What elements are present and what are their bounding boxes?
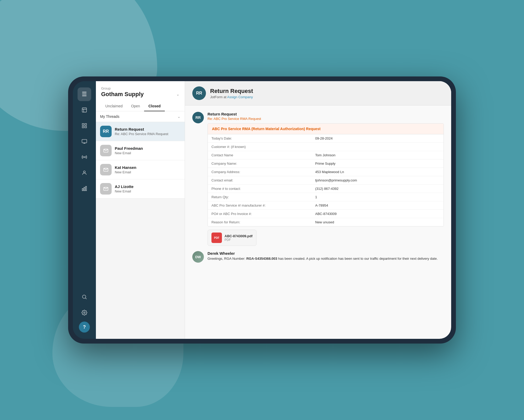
svg-rect-14 — [86, 186, 87, 191]
thread-panel: Group Gotham Supply ⌄ Unclaimed Open Clo… — [96, 81, 185, 339]
main-header-avatar: RR — [192, 86, 206, 100]
help-button[interactable]: ? — [79, 322, 90, 333]
svg-rect-6 — [82, 126, 84, 128]
form-label-6: Phone # to contact: — [208, 185, 312, 193]
attachment-type: PDF — [225, 238, 253, 242]
thread-name-3: AJ Lizotte — [115, 184, 181, 189]
thread-avatar-1 — [100, 145, 112, 156]
form-value-4: 453 Maplewood Ln — [312, 168, 444, 176]
form-row-10: Reason for Return:New unused — [208, 218, 444, 226]
form-value-8: A-78954 — [312, 201, 444, 210]
sidebar-icon-edit[interactable] — [78, 103, 91, 117]
sidebar-icon-menu[interactable]: ☰ — [78, 87, 91, 101]
thread-avatar-2 — [100, 164, 112, 175]
thread-preview-2: New Email — [115, 170, 181, 174]
svg-point-17 — [84, 312, 85, 313]
thread-name-2: Kat Hansen — [115, 165, 181, 170]
form-value-2: Tom Johnson — [312, 151, 444, 159]
svg-line-16 — [85, 298, 86, 299]
svg-point-15 — [83, 295, 86, 299]
group-chevron-icon[interactable]: ⌄ — [176, 92, 179, 96]
form-value-7: 1 — [312, 193, 444, 201]
sidebar-icon-person[interactable] — [78, 166, 91, 180]
sidebar-icon-search[interactable] — [78, 290, 91, 304]
svg-rect-12 — [82, 189, 83, 191]
form-label-9: PO# or ABC Pro Invoice #: — [208, 210, 312, 218]
sidebar: ☰ — [73, 81, 96, 339]
sidebar-icon-monitor[interactable] — [78, 135, 91, 148]
form-value-3: Prime Supply — [312, 159, 444, 168]
assign-company-link[interactable]: Assign Company — [227, 95, 253, 99]
form-value-10: New unused — [312, 218, 444, 226]
message-block-derek: DW Derek Wheeler Greetings, RGA Number: … — [192, 251, 444, 263]
form-label-5: Contact email: — [208, 176, 312, 185]
form-value-5: tjohnson@primesupply.com — [312, 176, 444, 185]
thread-preview-0: Re: ABC Pro Service RMA Request — [115, 132, 181, 136]
derek-message: Greetings, RGA Number: RGA-S4354368.003 … — [208, 256, 444, 261]
sidebar-icon-grid[interactable] — [78, 119, 91, 132]
tab-unclaimed[interactable]: Unclaimed — [101, 101, 127, 111]
thread-name-0: Return Request — [115, 127, 181, 131]
form-label-1: Customer #: (if known) — [208, 143, 312, 151]
form-row-4: Company Address:453 Maplewood Ln — [208, 168, 444, 176]
form-table: Today's Date:09-28-2024Customer #: (if k… — [208, 134, 444, 226]
form-label-3: Company Name: — [208, 159, 312, 168]
thread-list: RR Return Request Re: ABC Pro Service RM… — [96, 122, 185, 339]
tab-open[interactable]: Open — [127, 101, 144, 111]
msg-link-rr[interactable]: Re: ABC Pro Service RMA Request — [208, 117, 444, 121]
form-row-6: Phone # to contact:(312) 867-4392 — [208, 185, 444, 193]
form-label-10: Reason for Return: — [208, 218, 312, 226]
thread-panel-header: Group Gotham Supply ⌄ Unclaimed Open Clo… — [96, 81, 185, 111]
main-header: RR Return Request JotForm at Assign Comp… — [185, 81, 451, 106]
thread-item-3[interactable]: AJ Lizotte New Email — [96, 179, 185, 198]
thread-avatar-3 — [100, 183, 112, 195]
svg-rect-13 — [84, 187, 85, 191]
my-threads-label: My Threads — [100, 114, 119, 119]
thread-avatar-0: RR — [100, 126, 112, 137]
pdf-icon: PDF — [211, 233, 222, 243]
form-label-7: Return Qty: — [208, 193, 312, 201]
tab-closed[interactable]: Closed — [144, 101, 165, 111]
form-value-1 — [312, 143, 444, 151]
thread-item-1[interactable]: Paul Freedman New Email — [96, 141, 185, 160]
form-row-5: Contact email:tjohnson@primesupply.com — [208, 176, 444, 185]
sidebar-icon-signal[interactable] — [78, 150, 91, 164]
form-row-1: Customer #: (if known) — [208, 143, 444, 151]
form-value-0: 09-28-2024 — [312, 134, 444, 143]
my-threads-filter[interactable]: My Threads ⌄ — [96, 111, 185, 122]
device-frame: ☰ — [68, 76, 456, 344]
form-value-9: ABC-8743009 — [312, 210, 444, 218]
msg-avatar-rr: RR — [192, 112, 204, 123]
svg-rect-4 — [85, 124, 86, 125]
form-label-8: ABC Pro Service #/ manufacturer #: — [208, 201, 312, 210]
main-header-subtitle: JotForm at Assign Company — [210, 95, 444, 99]
form-row-2: Contact NameTom Johnson — [208, 151, 444, 159]
main-header-title: Return Request — [210, 88, 444, 95]
form-row-0: Today's Date:09-28-2024 — [208, 134, 444, 143]
form-row-7: Return Qty:1 — [208, 193, 444, 201]
sidebar-icon-chart[interactable] — [78, 182, 91, 195]
conversation: RR Return Request Re: ABC Pro Service RM… — [185, 106, 451, 339]
message-block-rr: RR Return Request Re: ABC Pro Service RM… — [192, 112, 444, 246]
svg-rect-0 — [82, 108, 87, 112]
pdf-attachment[interactable]: PDF ABC-8743009.pdf PDF — [208, 230, 256, 246]
sidebar-icon-settings[interactable] — [78, 306, 91, 319]
form-label-2: Contact Name — [208, 151, 312, 159]
form-row-3: Company Name:Prime Supply — [208, 159, 444, 168]
main-content: RR Return Request JotForm at Assign Comp… — [185, 81, 451, 339]
form-title: ABC Pro Service RMA (Return Material Aut… — [208, 124, 444, 134]
thread-item-2[interactable]: Kat Hansen New Email — [96, 160, 185, 179]
thread-preview-3: New Email — [115, 189, 181, 193]
thread-item-0[interactable]: RR Return Request Re: ABC Pro Service RM… — [96, 122, 185, 141]
form-row-8: ABC Pro Service #/ manufacturer #:A-7895… — [208, 201, 444, 210]
tabs-row: Unclaimed Open Closed — [101, 101, 179, 111]
form-label-0: Today's Date: — [208, 134, 312, 143]
rma-form-card: ABC Pro Service RMA (Return Material Aut… — [208, 123, 444, 226]
svg-rect-5 — [85, 126, 86, 128]
svg-rect-3 — [82, 124, 84, 125]
svg-point-10 — [84, 157, 85, 158]
svg-rect-7 — [82, 140, 87, 143]
thread-name-1: Paul Freedman — [115, 146, 181, 151]
my-threads-chevron-icon: ⌄ — [177, 114, 181, 119]
group-name: Gotham Supply — [101, 91, 144, 98]
